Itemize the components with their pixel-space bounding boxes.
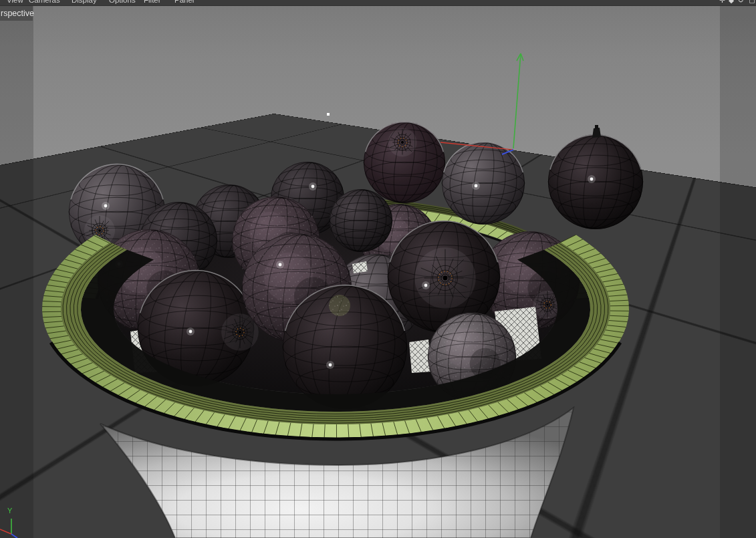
zoom-icon[interactable]: ◆ bbox=[729, 0, 734, 4]
pan-icon[interactable]: ✛ bbox=[719, 0, 725, 4]
axis-indicator: Y bbox=[0, 501, 53, 538]
maximize-icon[interactable]: ▢ bbox=[749, 0, 755, 4]
vertex-dot bbox=[327, 113, 330, 116]
menu-item-panel[interactable]: Panel bbox=[174, 0, 194, 5]
axis-x-line bbox=[0, 529, 11, 534]
menu-item-view[interactable]: View bbox=[7, 0, 23, 5]
axis-z-line bbox=[11, 534, 17, 538]
world-axis-gizmo bbox=[440, 53, 523, 154]
fruit-sphere[interactable] bbox=[548, 125, 643, 233]
viewport-3d-scene[interactable] bbox=[0, 0, 756, 538]
viewport-label[interactable]: rspective bbox=[0, 6, 33, 21]
rotate-icon[interactable]: ↺ bbox=[738, 0, 744, 4]
menu-item-filter[interactable]: Filter bbox=[144, 0, 161, 5]
menu-item-cameras[interactable]: Cameras bbox=[29, 0, 60, 5]
viewport-menu-bar: View Cameras Display Options Filter Pane… bbox=[0, 0, 756, 6]
safe-frame-tint-right bbox=[720, 5, 756, 538]
safe-frame-tint-left bbox=[0, 5, 33, 538]
axis-y-label: Y bbox=[7, 507, 13, 515]
application-window: rspective View Cameras Display Options F… bbox=[0, 0, 756, 538]
menu-item-display[interactable]: Display bbox=[72, 0, 97, 5]
menu-item-options[interactable]: Options bbox=[109, 0, 136, 5]
